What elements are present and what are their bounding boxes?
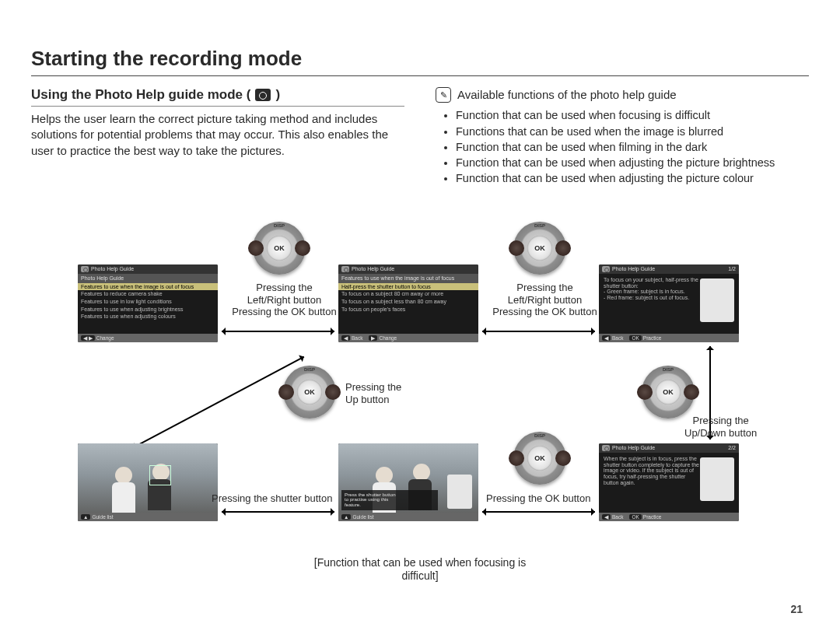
control-dial-icon: DISPOK — [642, 366, 695, 419]
subheading-text: Using the Photo Help guide mode ( — [31, 87, 250, 103]
screen-menu-main: Photo Help Guide Photo Help Guide Featur… — [78, 264, 218, 342]
double-arrow-angled — [132, 356, 304, 449]
flow-diagram: Photo Help Guide Photo Help Guide Featur… — [31, 222, 809, 595]
left-column: Using the Photo Help guide mode ( ) Help… — [31, 87, 404, 187]
double-arrow-horizontal — [222, 511, 334, 513]
caption-up-button: Pressing the Up button — [345, 381, 401, 405]
bullet-item: Function that can be used when filming i… — [456, 139, 809, 155]
page-number: 21 — [790, 603, 803, 615]
caption-ok-button: Pressing the OK button — [486, 492, 590, 505]
bullet-item: Functions that can be used when the imag… — [456, 124, 809, 139]
caption-lr-ok: Pressing the Left/Right button Pressing … — [232, 282, 337, 318]
note-title: Available functions of the photo help gu… — [457, 87, 677, 103]
screen-live-view-practice: ▲Guide list — [78, 443, 218, 521]
screen-menu-focus: Photo Help Guide Features to use when th… — [338, 264, 478, 342]
camera-icon — [602, 266, 610, 272]
control-dial-icon: DISPOK — [513, 222, 566, 275]
subheading-close: ) — [275, 87, 280, 103]
double-arrow-horizontal — [482, 511, 595, 513]
screen-guide-page2: Photo Help Guide2/2 When the subject is … — [599, 443, 739, 521]
bullet-item: Function that can be used when adjusting… — [456, 155, 809, 170]
control-dial-icon: DISPOK — [513, 432, 566, 485]
screen-guide-page1: Photo Help Guide1/2 To focus on your sub… — [599, 264, 739, 342]
bullet-list: Function that can be used when focusing … — [456, 107, 809, 186]
subheading: Using the Photo Help guide mode ( ) — [31, 87, 404, 107]
bullet-item: Function that can be used when focusing … — [456, 107, 809, 123]
caption-up-down: Pressing the Up/Down button — [684, 415, 757, 439]
camera-icon — [341, 266, 349, 272]
page-title: Starting the recording mode — [31, 47, 809, 76]
camera-icon — [602, 445, 610, 451]
intro-paragraph: Helps the user learn the correct picture… — [31, 111, 404, 159]
control-dial-icon: DISPOK — [253, 222, 306, 275]
right-column: ✎ Available functions of the photo help … — [436, 87, 809, 187]
double-arrow-horizontal — [222, 331, 334, 332]
bottom-caption: [Function that can be used when focusing… — [303, 556, 537, 583]
camera-mode-icon — [255, 89, 271, 101]
bullet-item: Function that can be used when adjusting… — [456, 170, 809, 186]
screen-live-view-overlay: Press the shutter button to practise usi… — [338, 443, 478, 521]
caption-shutter: Pressing the shutter button — [212, 492, 332, 505]
note-icon: ✎ — [436, 87, 451, 103]
camera-icon — [81, 266, 89, 272]
control-dial-icon: DISPOK — [283, 366, 336, 419]
caption-lr-ok: Pressing the Left/Right button Pressing … — [492, 282, 597, 318]
double-arrow-horizontal — [482, 331, 595, 332]
